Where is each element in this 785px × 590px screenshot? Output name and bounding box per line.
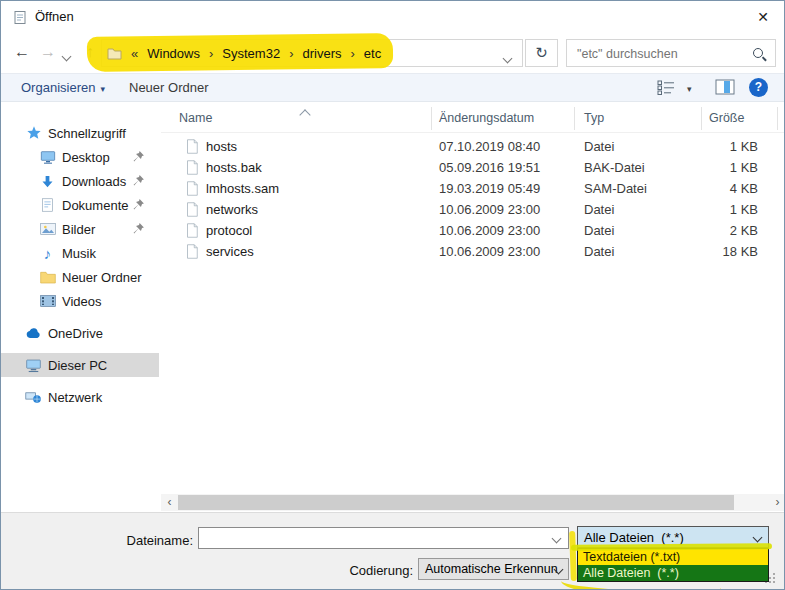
view-caret-icon[interactable]: ▾ bbox=[687, 84, 692, 94]
sidebar-item-downloads[interactable]: Downloads bbox=[1, 169, 159, 193]
address-dropdown-icon[interactable] bbox=[504, 50, 511, 65]
file-type: Datei bbox=[584, 223, 614, 238]
table-row[interactable]: lmhosts.sam 19.03.2019 05:49 SAM-Datei 4… bbox=[161, 178, 781, 199]
sort-ascending-icon bbox=[299, 109, 310, 120]
sidebar-item-this-pc[interactable]: Dieser PC bbox=[1, 353, 159, 377]
pictures-icon bbox=[39, 221, 56, 238]
filename-dropdown-icon[interactable] bbox=[552, 534, 562, 544]
computer-icon bbox=[25, 357, 42, 374]
breadcrumb-separator: › bbox=[289, 46, 293, 61]
organize-label: Organisieren bbox=[21, 80, 95, 95]
breadcrumb-item-windows[interactable]: Windows bbox=[147, 46, 200, 61]
table-row[interactable]: networks 10.06.2009 23:00 Datei 1 KB bbox=[161, 199, 781, 220]
scroll-left-icon[interactable]: ‹ bbox=[161, 494, 178, 511]
sidebar-item-onedrive[interactable]: OneDrive bbox=[1, 321, 159, 345]
table-row[interactable]: hosts.bak 05.09.2016 19:51 BAK-Datei 1 K… bbox=[161, 157, 781, 178]
sidebar-item-documents[interactable]: Dokumente bbox=[1, 193, 159, 217]
download-icon bbox=[39, 173, 56, 190]
sidebar-item-label: Dieser PC bbox=[48, 358, 107, 373]
close-button[interactable]: ✕ bbox=[752, 6, 774, 28]
history-chevron-icon[interactable] bbox=[63, 48, 70, 63]
file-name: protocol bbox=[206, 223, 252, 238]
window-title: Öffnen bbox=[35, 9, 74, 24]
filename-input[interactable] bbox=[203, 529, 547, 549]
sidebar-item-quick-access[interactable]: Schnellzugriff bbox=[1, 121, 159, 145]
sidebar-item-new-folder[interactable]: Neuer Ordner bbox=[1, 265, 159, 289]
file-size: 4 KB bbox=[661, 181, 758, 196]
scroll-right-icon[interactable]: › bbox=[769, 494, 785, 511]
sidebar-item-label: Bilder bbox=[62, 222, 95, 237]
command-toolbar: Organisieren▾ Neuer Ordner ▾ ? bbox=[1, 73, 784, 102]
column-divider[interactable] bbox=[701, 107, 702, 130]
sidebar-item-desktop[interactable]: Desktop bbox=[1, 145, 159, 169]
encoding-label: Codierung: bbox=[349, 563, 413, 578]
column-header-name[interactable]: Name bbox=[179, 111, 212, 125]
file-type: Datei bbox=[584, 202, 614, 217]
caret-down-icon: ▾ bbox=[100, 84, 105, 94]
document-icon bbox=[39, 197, 56, 214]
desktop-icon bbox=[39, 149, 56, 166]
sidebar-item-label: Downloads bbox=[62, 174, 126, 189]
table-row[interactable]: protocol 10.06.2009 23:00 Datei 2 KB bbox=[161, 220, 781, 241]
organize-button[interactable]: Organisieren▾ bbox=[21, 80, 105, 95]
new-folder-button[interactable]: Neuer Ordner bbox=[129, 80, 208, 95]
refresh-button[interactable]: ↻ bbox=[525, 39, 558, 67]
file-date: 10.06.2009 23:00 bbox=[439, 244, 540, 259]
encoding-dropdown[interactable]: Automatische Erkennun bbox=[418, 558, 569, 580]
sidebar-item-label: Videos bbox=[62, 294, 102, 309]
breadcrumb-item-etc[interactable]: etc bbox=[364, 46, 381, 61]
file-type: Datei bbox=[584, 139, 614, 154]
breadcrumb-item-drivers[interactable]: drivers bbox=[302, 46, 341, 61]
sidebar-item-videos[interactable]: Videos bbox=[1, 289, 159, 313]
sidebar-item-pictures[interactable]: Bilder bbox=[1, 217, 159, 241]
help-icon[interactable]: ? bbox=[749, 78, 768, 97]
file-list: Name Änderungsdatum Typ Größe hosts 07.1… bbox=[161, 102, 785, 494]
file-type: SAM-Datei bbox=[584, 181, 647, 196]
file-size: 1 KB bbox=[661, 139, 758, 154]
file-date: 19.03.2019 05:49 bbox=[439, 181, 540, 196]
sidebar-item-label: Netzwerk bbox=[48, 390, 102, 405]
encoding-value: Automatische Erkennun bbox=[425, 562, 558, 576]
dialog-footer: Dateiname: Alle Dateien (*.*) Textdateie… bbox=[1, 512, 784, 590]
breadcrumb-overflow[interactable]: « bbox=[131, 46, 138, 61]
search-icon[interactable] bbox=[753, 48, 763, 58]
file-icon bbox=[186, 244, 198, 259]
file-name: services bbox=[206, 244, 254, 259]
sidebar-item-music[interactable]: ♪ Musik bbox=[1, 241, 159, 265]
sidebar-item-network[interactable]: Netzwerk bbox=[1, 385, 159, 409]
filetype-dropdown-icon bbox=[753, 533, 763, 543]
title-bar: Öffnen ✕ bbox=[1, 1, 784, 33]
filetype-option-text-files[interactable]: Textdateien (*.txt) bbox=[578, 549, 768, 565]
back-button[interactable]: ← bbox=[11, 40, 33, 64]
onedrive-icon bbox=[25, 325, 42, 342]
file-size: 2 KB bbox=[661, 223, 758, 238]
forward-button[interactable]: → bbox=[37, 40, 59, 64]
table-row[interactable]: services 10.06.2009 23:00 Datei 18 KB bbox=[161, 241, 781, 262]
folder-icon bbox=[107, 47, 122, 60]
scrollbar-thumb[interactable] bbox=[178, 495, 734, 510]
column-divider[interactable] bbox=[574, 107, 575, 130]
filename-combobox bbox=[198, 527, 569, 549]
preview-pane-icon[interactable] bbox=[715, 79, 735, 95]
file-icon bbox=[186, 202, 198, 217]
pin-icon bbox=[132, 174, 145, 187]
file-icon bbox=[186, 139, 198, 154]
column-divider[interactable] bbox=[777, 107, 778, 130]
table-row[interactable]: hosts 07.10.2019 08:40 Datei 1 KB bbox=[161, 136, 781, 157]
column-header-size[interactable]: Größe bbox=[709, 111, 744, 125]
column-header-type[interactable]: Typ bbox=[584, 111, 604, 125]
column-divider[interactable] bbox=[431, 107, 432, 130]
file-name: lmhosts.sam bbox=[206, 181, 279, 196]
music-icon: ♪ bbox=[39, 245, 56, 262]
details-view-icon[interactable] bbox=[657, 79, 675, 95]
file-date: 10.06.2009 23:00 bbox=[439, 202, 540, 217]
column-header-date[interactable]: Änderungsdatum bbox=[439, 111, 534, 125]
horizontal-scrollbar[interactable]: ‹ › bbox=[161, 494, 785, 511]
file-name: networks bbox=[206, 202, 258, 217]
breadcrumb-item-system32[interactable]: System32 bbox=[222, 46, 280, 61]
sidebar-item-label: Desktop bbox=[62, 150, 110, 165]
file-size: 1 KB bbox=[661, 160, 758, 175]
file-size: 18 KB bbox=[661, 244, 758, 259]
search-input[interactable] bbox=[575, 41, 749, 67]
notepad-icon bbox=[12, 9, 28, 25]
